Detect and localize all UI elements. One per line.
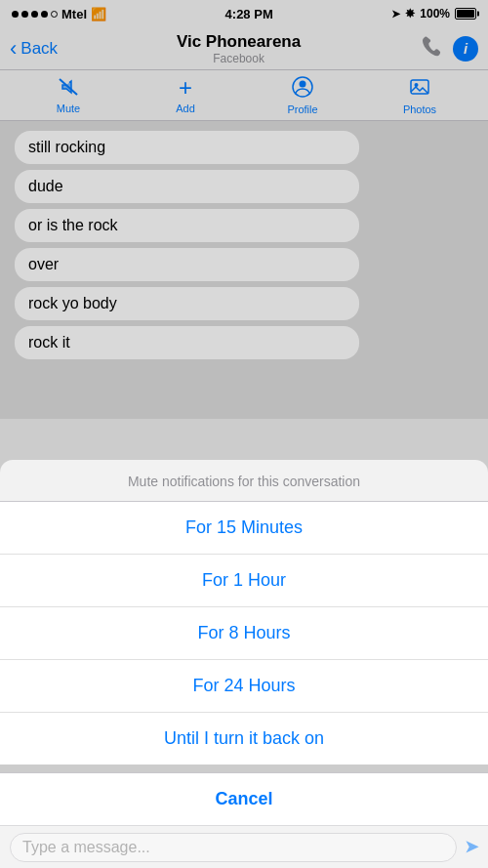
- toolbar: Mute + Add Profile Photos: [0, 70, 488, 121]
- option-15min[interactable]: For 15 Minutes: [0, 502, 488, 555]
- chat-bubble-2: or is the rock: [15, 209, 359, 242]
- chat-bubble-1: dude: [15, 170, 359, 203]
- option-24hours[interactable]: For 24 Hours: [0, 660, 488, 713]
- status-bar: Mtel 📶 4:28 PM ➤ ✸ 100%: [0, 0, 488, 27]
- toolbar-mute[interactable]: Mute: [39, 77, 98, 114]
- mute-icon: [58, 77, 79, 100]
- option-1hour[interactable]: For 1 Hour: [0, 555, 488, 607]
- cancel-button[interactable]: Cancel: [0, 772, 488, 825]
- battery-label: 100%: [420, 7, 450, 21]
- signal-dots: [12, 11, 58, 18]
- toolbar-add[interactable]: + Add: [156, 76, 215, 114]
- chat-area: still rocking dude or is the rock over r…: [0, 121, 488, 419]
- profile-icon: [292, 76, 313, 101]
- photos-label: Photos: [403, 103, 436, 115]
- action-sheet-title: Mute notifications for this conversation: [128, 474, 360, 489]
- battery-fill: [457, 10, 474, 18]
- profile-label: Profile: [287, 103, 317, 115]
- add-icon: +: [179, 76, 192, 100]
- dot-5: [51, 11, 58, 18]
- nav-actions: i: [420, 35, 478, 62]
- option-until-off[interactable]: Until I turn it back on: [0, 713, 488, 765]
- wifi-icon: 📶: [91, 7, 106, 21]
- phone-svg: [420, 35, 441, 57]
- nav-title: Vic Phonearena Facebook: [177, 32, 301, 65]
- status-left: Mtel 📶: [12, 7, 106, 21]
- action-sheet-options: For 15 Minutes For 1 Hour For 8 Hours Fo…: [0, 502, 488, 765]
- back-label: Back: [20, 39, 58, 59]
- phone-icon[interactable]: [420, 35, 441, 62]
- nav-bar: ‹ Back Vic Phonearena Facebook i: [0, 27, 488, 70]
- mute-label: Mute: [57, 103, 80, 114]
- add-label: Add: [176, 103, 195, 114]
- carrier-label: Mtel: [61, 7, 87, 21]
- back-button[interactable]: ‹ Back: [10, 38, 58, 60]
- action-sheet-header: Mute notifications for this conversation: [0, 460, 488, 502]
- chat-bubble-5: rock it: [15, 326, 359, 359]
- contact-source: Facebook: [177, 52, 301, 65]
- back-chevron-icon: ‹: [10, 38, 17, 60]
- dot-3: [31, 11, 38, 18]
- toolbar-photos[interactable]: Photos: [390, 76, 449, 115]
- chat-bubble-3: over: [15, 248, 359, 281]
- send-button[interactable]: ➤: [465, 837, 478, 857]
- status-time: 4:28 PM: [225, 7, 273, 21]
- dot-1: [12, 11, 19, 18]
- message-input[interactable]: [10, 833, 457, 862]
- location-icon: ➤: [391, 8, 400, 21]
- toolbar-profile[interactable]: Profile: [273, 76, 332, 115]
- dot-2: [21, 11, 28, 18]
- chat-bubble-0: still rocking: [15, 131, 359, 164]
- option-8hours[interactable]: For 8 Hours: [0, 607, 488, 660]
- photos-icon: [409, 76, 430, 101]
- bluetooth-icon: ✸: [405, 7, 415, 21]
- contact-name: Vic Phonearena: [177, 32, 301, 52]
- info-icon[interactable]: i: [453, 36, 478, 62]
- status-right: ➤ ✸ 100%: [391, 7, 476, 21]
- battery-icon: [455, 8, 476, 20]
- dot-4: [41, 11, 48, 18]
- message-input-area: ➤: [0, 825, 488, 868]
- chat-bubble-4: rock yo body: [15, 287, 359, 320]
- svg-point-2: [300, 80, 306, 87]
- action-sheet: Mute notifications for this conversation…: [0, 460, 488, 825]
- svg-point-4: [415, 83, 419, 87]
